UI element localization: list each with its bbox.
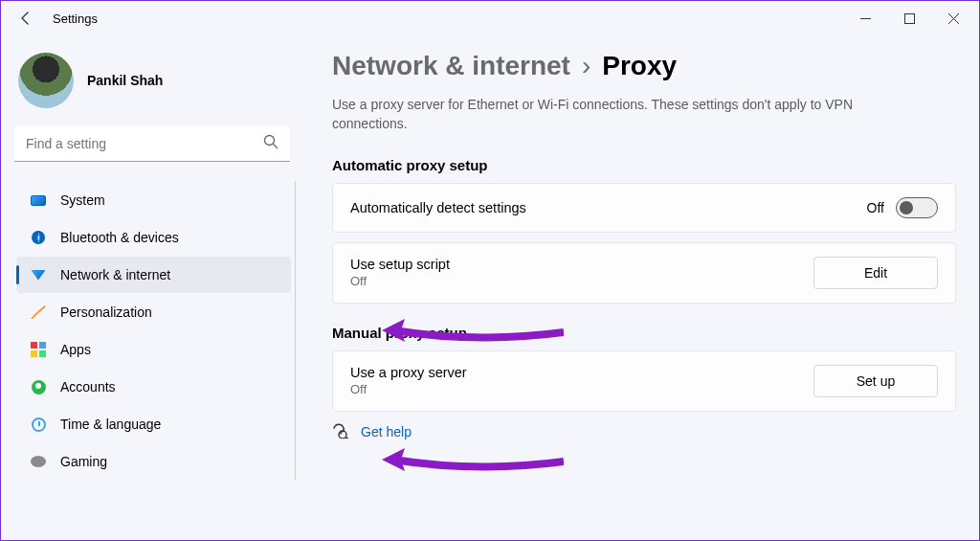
minimize-icon — [860, 13, 871, 24]
apps-icon — [30, 341, 47, 358]
sidebar-item-label: System — [60, 192, 105, 208]
search-icon — [263, 134, 278, 153]
auto-detect-state: Off — [867, 200, 884, 215]
title-bar: Settings — [1, 1, 979, 35]
window-controls — [843, 1, 975, 35]
close-icon — [948, 13, 959, 24]
sidebar-item-label: Network & internet — [60, 267, 170, 282]
sidebar-item-label: Accounts — [60, 379, 116, 394]
auto-detect-toggle[interactable] — [896, 197, 938, 218]
sidebar-item-label: Apps — [60, 342, 91, 357]
brush-icon — [30, 304, 47, 321]
help-link[interactable]: Get help — [361, 424, 412, 440]
breadcrumb-parent[interactable]: Network & internet — [332, 51, 570, 81]
sidebar-item-bluetooth[interactable]: ᚼBluetooth & devices — [16, 219, 291, 256]
automatic-heading: Automatic proxy setup — [332, 157, 956, 173]
help-icon — [332, 421, 349, 442]
app-title: Settings — [53, 11, 98, 26]
auto-detect-label: Automatically detect settings — [350, 200, 526, 215]
setup-button[interactable]: Set up — [813, 365, 938, 397]
sidebar-item-label: Personalization — [60, 304, 152, 320]
sidebar-item-personalization[interactable]: Personalization — [16, 294, 291, 330]
back-button[interactable] — [9, 1, 43, 35]
sidebar-item-time[interactable]: Time & language — [16, 406, 291, 442]
sidebar-item-gaming[interactable]: Gaming — [16, 443, 291, 480]
main-content: Network & internet › Proxy Use a proxy s… — [303, 35, 979, 541]
sidebar-item-network[interactable]: Network & internet — [16, 257, 291, 293]
chevron-right-icon: › — [582, 51, 590, 81]
svg-rect-0 — [904, 13, 914, 23]
arrow-left-icon — [18, 11, 33, 26]
page-description: Use a proxy server for Ethernet or Wi-Fi… — [332, 95, 916, 134]
monitor-icon — [30, 192, 47, 209]
clock-icon — [30, 416, 47, 433]
sidebar-item-apps[interactable]: Apps — [16, 331, 291, 368]
proxy-server-state: Off — [350, 382, 467, 396]
setup-script-label: Use setup script — [350, 257, 450, 272]
proxy-server-card: Use a proxy server Off Set up — [332, 350, 956, 412]
sidebar: Pankil Shah System ᚼBluetooth & devices … — [1, 35, 303, 541]
profile-name: Pankil Shah — [87, 73, 163, 88]
edit-button[interactable]: Edit — [813, 257, 938, 289]
sidebar-item-label: Gaming — [60, 454, 107, 469]
search-input[interactable] — [14, 125, 290, 162]
close-button[interactable] — [931, 1, 975, 35]
svg-point-1 — [265, 136, 275, 146]
nav: System ᚼBluetooth & devices Network & in… — [12, 181, 296, 481]
page-title: Proxy — [602, 51, 677, 81]
proxy-server-label: Use a proxy server — [350, 365, 467, 380]
minimize-button[interactable] — [843, 1, 887, 35]
auto-detect-toggle-wrap: Off — [867, 197, 938, 218]
auto-detect-card: Automatically detect settings Off — [332, 183, 956, 233]
help-row: Get help — [332, 421, 956, 442]
gamepad-icon — [30, 453, 47, 470]
maximize-icon — [904, 13, 915, 24]
sidebar-item-system[interactable]: System — [16, 182, 291, 218]
avatar — [18, 53, 74, 108]
profile-block[interactable]: Pankil Shah — [12, 45, 296, 125]
setup-script-card: Use setup script Off Edit — [332, 242, 956, 304]
sidebar-item-accounts[interactable]: Accounts — [16, 369, 291, 405]
setup-script-state: Off — [350, 274, 450, 288]
bluetooth-icon: ᚼ — [30, 229, 47, 246]
sidebar-item-label: Bluetooth & devices — [60, 230, 179, 245]
search-wrap — [14, 125, 290, 162]
maximize-button[interactable] — [887, 1, 931, 35]
breadcrumb: Network & internet › Proxy — [332, 51, 956, 81]
sidebar-item-label: Time & language — [60, 417, 161, 432]
manual-heading: Manual proxy setup — [332, 325, 956, 341]
wifi-icon — [30, 266, 47, 283]
user-icon — [30, 378, 47, 395]
